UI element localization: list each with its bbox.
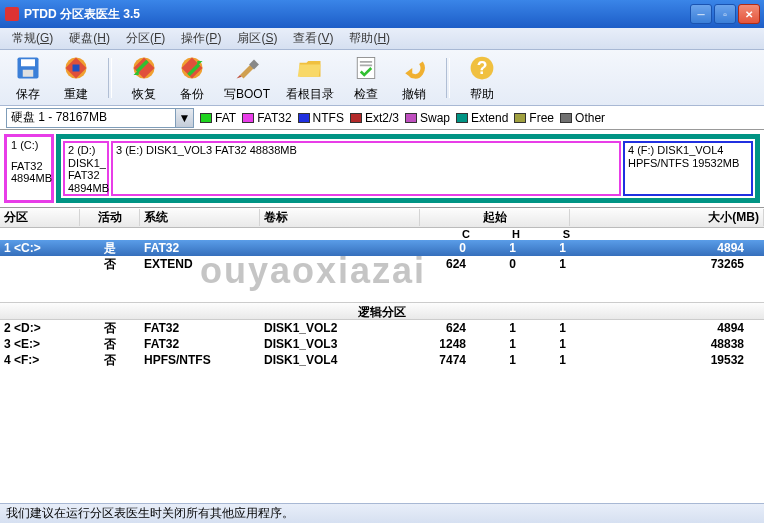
legend-swatch-ext bbox=[350, 113, 362, 123]
rootdir-button[interactable]: 看根目录 bbox=[282, 50, 338, 105]
legend-swatch-fat32 bbox=[242, 113, 254, 123]
backup-button[interactable]: 备份 bbox=[172, 50, 212, 105]
check-button[interactable]: 检查 bbox=[346, 50, 386, 105]
svg-rect-0 bbox=[5, 7, 19, 21]
help-button[interactable]: ?帮助 bbox=[462, 50, 502, 105]
primary-table: 1 <C:> 是 FAT32 0 1 1 4894 否 EXTEND 624 0… bbox=[0, 240, 764, 272]
app-icon bbox=[4, 6, 20, 22]
col-size[interactable]: 大小(MB) bbox=[570, 209, 764, 226]
disk-map: 1 (C:) FAT32 4894MB 2 (D:) DISK1_ FAT32 … bbox=[0, 130, 764, 208]
logical-table: 2 <D:> 否 FAT32 DISK1_VOL2 624 1 1 4894 3… bbox=[0, 320, 764, 368]
menu-help[interactable]: 帮助(H) bbox=[343, 28, 396, 49]
menu-view[interactable]: 查看(V) bbox=[287, 28, 339, 49]
svg-rect-13 bbox=[360, 65, 372, 67]
menu-operate[interactable]: 操作(P) bbox=[175, 28, 227, 49]
svg-text:?: ? bbox=[477, 58, 488, 78]
legend-swatch-swap bbox=[405, 113, 417, 123]
menu-sector[interactable]: 扇区(S) bbox=[231, 28, 283, 49]
svg-rect-3 bbox=[23, 70, 34, 77]
svg-rect-2 bbox=[21, 59, 35, 66]
legend-swatch-extend bbox=[456, 113, 468, 123]
col-active[interactable]: 活动 bbox=[80, 209, 140, 226]
col-system[interactable]: 系统 bbox=[140, 209, 260, 226]
partition-block-d[interactable]: 2 (D:) DISK1_ FAT32 4894MB bbox=[63, 141, 109, 196]
close-button[interactable]: ✕ bbox=[738, 4, 760, 24]
table-header: 分区 活动 系统 卷标 起始 大小(MB) bbox=[0, 208, 764, 228]
dropdown-arrow-icon: ▼ bbox=[175, 109, 193, 127]
subbar: 硬盘 1 - 78167MB ▼ FAT FAT32 NTFS Ext2/3 S… bbox=[0, 106, 764, 130]
legend-swatch-other bbox=[560, 113, 572, 123]
status-text: 我们建议在运行分区表医生时关闭所有其他应用程序。 bbox=[6, 505, 294, 522]
table-row[interactable]: 否 EXTEND 624 0 1 73265 bbox=[0, 256, 764, 272]
menubar: 常规(G) 硬盘(H) 分区(F) 操作(P) 扇区(S) 查看(V) 帮助(H… bbox=[0, 28, 764, 50]
table-row[interactable]: 4 <F:> 否 HPFS/NTFS DISK1_VOL4 7474 1 1 1… bbox=[0, 352, 764, 368]
partition-block-e[interactable]: 3 (E:) DISK1_VOL3 FAT32 48838MB bbox=[111, 141, 621, 196]
legend-swatch-free bbox=[514, 113, 526, 123]
legend-swatch-fat bbox=[200, 113, 212, 123]
restore-button[interactable]: 恢复 bbox=[124, 50, 164, 105]
toolbar: 保存 重建 恢复 备份 写BOOT 看根目录 检查 撤销 ?帮助 bbox=[0, 50, 764, 106]
col-partition[interactable]: 分区 bbox=[0, 209, 80, 226]
table-row[interactable]: 3 <E:> 否 FAT32 DISK1_VOL3 1248 1 1 48838 bbox=[0, 336, 764, 352]
minimize-button[interactable]: ─ bbox=[690, 4, 712, 24]
logical-header: 逻辑分区 bbox=[0, 302, 764, 320]
svg-marker-14 bbox=[405, 68, 412, 79]
statusbar: 我们建议在运行分区表医生时关闭所有其他应用程序。 bbox=[0, 503, 764, 523]
col-label[interactable]: 卷标 bbox=[260, 209, 420, 226]
menu-disk[interactable]: 硬盘(H) bbox=[63, 28, 116, 49]
table-row[interactable]: 1 <C:> 是 FAT32 0 1 1 4894 bbox=[0, 240, 764, 256]
writeboot-button[interactable]: 写BOOT bbox=[220, 50, 274, 105]
maximize-button[interactable]: ▫ bbox=[714, 4, 736, 24]
legend: FAT FAT32 NTFS Ext2/3 Swap Extend Free O… bbox=[200, 111, 605, 125]
svg-rect-5 bbox=[73, 65, 80, 72]
col-start[interactable]: 起始 bbox=[420, 209, 570, 226]
menu-partition[interactable]: 分区(F) bbox=[120, 28, 171, 49]
partition-block-c[interactable]: 1 (C:) FAT32 4894MB bbox=[4, 134, 54, 203]
partition-block-f[interactable]: 4 (F:) DISK1_VOL4 HPFS/NTFS 19532MB bbox=[623, 141, 753, 196]
save-button[interactable]: 保存 bbox=[8, 50, 48, 105]
drive-select[interactable]: 硬盘 1 - 78167MB ▼ bbox=[6, 108, 194, 128]
window-title: PTDD 分区表医生 3.5 bbox=[24, 6, 690, 23]
svg-rect-12 bbox=[360, 61, 372, 63]
extended-partition-block[interactable]: 2 (D:) DISK1_ FAT32 4894MB 3 (E:) DISK1_… bbox=[56, 134, 760, 203]
menu-general[interactable]: 常规(G) bbox=[6, 28, 59, 49]
rebuild-button[interactable]: 重建 bbox=[56, 50, 96, 105]
titlebar: PTDD 分区表医生 3.5 ─ ▫ ✕ bbox=[0, 0, 764, 28]
undo-button[interactable]: 撤销 bbox=[394, 50, 434, 105]
legend-swatch-ntfs bbox=[298, 113, 310, 123]
table-row[interactable]: 2 <D:> 否 FAT32 DISK1_VOL2 624 1 1 4894 bbox=[0, 320, 764, 336]
svg-rect-11 bbox=[357, 58, 375, 79]
